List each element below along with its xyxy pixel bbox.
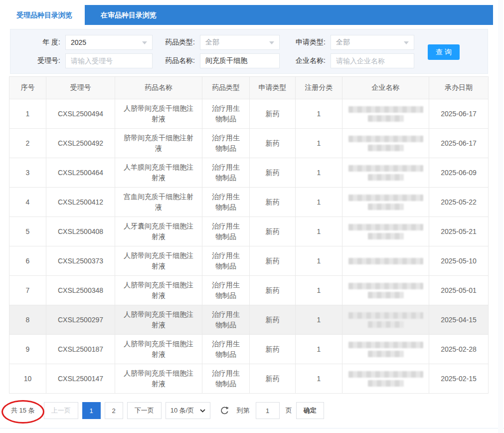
cell-no: 10: [9, 364, 46, 394]
cell-drug-name: 人脐带间充质干细胞注射液: [115, 99, 202, 129]
cell-company-redacted: [342, 276, 429, 305]
cell-no: 4: [9, 188, 46, 217]
next-page-button[interactable]: 下一页: [127, 402, 162, 419]
tab-accepted-catalog[interactable]: 受理品种目录浏览: [4, 5, 85, 25]
cell-no: 8: [9, 305, 46, 335]
drug-type-label: 药品类型:: [153, 38, 200, 47]
cell-apply-type: 新药: [250, 158, 296, 188]
results-table: 序号受理号药品名称药品类型申请类型注册分类企业名称承办日期 1CXSL25004…: [9, 76, 489, 394]
table-row[interactable]: 9CXSL2500187人脐带间充质干细胞注射液治疗用生物制品新药12025-0…: [9, 335, 489, 364]
table-row[interactable]: 10CXSL2500147人脐带间充质干细胞注射液治疗用生物制品新药12025-…: [9, 364, 489, 394]
search-button[interactable]: 查 询: [428, 44, 460, 60]
goto-page-label: 到第: [237, 406, 250, 415]
redacted-company-name: [345, 136, 426, 151]
page-size-select[interactable]: 10 条/页: [166, 402, 210, 419]
cell-company-redacted: [342, 99, 429, 129]
year-select[interactable]: 2025: [65, 35, 153, 50]
redacted-company-name: [345, 165, 426, 181]
cell-drug-type: 治疗用生物制品: [202, 158, 250, 188]
cell-apply-type: 新药: [250, 129, 296, 158]
column-header: 企业名称: [342, 77, 429, 99]
cell-apply-type: 新药: [250, 99, 296, 129]
cell-company-redacted: [342, 246, 429, 276]
cell-acceptance-no: CXSL2500408: [46, 217, 115, 246]
goto-page-input[interactable]: [256, 402, 280, 419]
year-select-value: 2025: [71, 38, 86, 46]
cell-drug-type: 治疗用生物制品: [202, 129, 250, 158]
table-row[interactable]: 2CXSL2500492脐带间充质干细胞注射液治疗用生物制品新药12025-06…: [9, 129, 489, 158]
cell-drug-type: 治疗用生物制品: [202, 276, 250, 305]
table-row[interactable]: 7CXSL2500348人脐带间充质干细胞注射液治疗用生物制品新药12025-0…: [9, 276, 489, 305]
total-count: 共 15 条: [6, 406, 40, 415]
redacted-company-name: [345, 283, 426, 298]
column-header: 注册分类: [296, 77, 342, 99]
apply-type-label: 申请类型:: [280, 38, 331, 47]
refresh-icon[interactable]: [219, 406, 230, 416]
prev-page-button[interactable]: 上一页: [44, 402, 78, 419]
redacted-company-name: [345, 195, 426, 210]
tab-bar: 受理品种目录浏览 在审品种目录浏览: [4, 5, 493, 25]
scrollbar-track[interactable]: [498, 0, 503, 433]
cell-apply-type: 新药: [250, 335, 296, 364]
table-row[interactable]: 5CXSL2500408人牙囊间充质干细胞注射液治疗用生物制品新药12025-0…: [9, 217, 489, 246]
cell-reg-class: 1: [296, 305, 342, 335]
cell-acceptance-no: CXSL2500187: [46, 335, 115, 364]
cell-date: 2025-05-01: [429, 276, 489, 305]
cell-apply-type: 新药: [250, 305, 296, 335]
tab-in-review-catalog[interactable]: 在审品种目录浏览: [85, 5, 172, 25]
table-row[interactable]: 3CXSL2500464人羊膜间充质干细胞注射液治疗用生物制品新药12025-0…: [9, 158, 489, 188]
cell-date: 2025-05-21: [429, 217, 489, 246]
cell-date: 2025-06-09: [429, 158, 489, 188]
cell-drug-name: 脐带间充质干细胞注射液: [115, 129, 202, 158]
cell-no: 2: [9, 129, 46, 158]
cell-no: 7: [9, 276, 46, 305]
cell-date: 2025-05-22: [429, 188, 489, 217]
cell-apply-type: 新药: [250, 188, 296, 217]
redacted-company-name: [345, 258, 426, 264]
redacted-company-name: [345, 224, 426, 239]
cell-acceptance-no: CXSL2500348: [46, 276, 115, 305]
drug-name-input[interactable]: [200, 53, 280, 68]
cell-drug-name: 人脐带间充质干细胞注射液: [115, 305, 202, 335]
page-number-button[interactable]: 2: [105, 402, 123, 419]
cell-reg-class: 1: [296, 217, 342, 246]
table-row[interactable]: 4CXSL2500412宫血间充质干细胞注射液治疗用生物制品新药12025-05…: [9, 188, 489, 217]
cell-drug-name: 宫血间充质干细胞注射液: [115, 188, 202, 217]
cell-acceptance-no: CXSL2500147: [46, 364, 115, 394]
table-header: 序号受理号药品名称药品类型申请类型注册分类企业名称承办日期: [9, 77, 489, 99]
acceptance-no-input[interactable]: [65, 53, 153, 68]
confirm-button[interactable]: 确定: [296, 402, 324, 419]
cell-company-redacted: [342, 188, 429, 217]
cell-no: 5: [9, 217, 46, 246]
drug-type-select-value: 全部: [205, 38, 219, 47]
year-label: 年 度:: [28, 38, 65, 47]
cell-reg-class: 1: [296, 246, 342, 276]
company-name-label: 企业名称:: [280, 56, 331, 65]
apply-type-select[interactable]: 全部: [331, 35, 414, 50]
cell-acceptance-no: CXSL2500373: [46, 246, 115, 276]
table-row[interactable]: 6CXSL2500373人脐带间充质干细胞注射液治疗用生物制品新药12025-0…: [9, 246, 489, 276]
cell-drug-name: 人牙囊间充质干细胞注射液: [115, 217, 202, 246]
chevron-down-icon: [269, 41, 274, 44]
total-count-text: 共 15 条: [11, 407, 35, 414]
company-name-input[interactable]: [331, 53, 414, 68]
cell-no: 9: [9, 335, 46, 364]
cell-reg-class: 1: [296, 364, 342, 394]
cell-no: 1: [9, 99, 46, 129]
column-header: 药品名称: [115, 77, 202, 99]
cell-reg-class: 1: [296, 99, 342, 129]
cell-company-redacted: [342, 129, 429, 158]
drug-type-select[interactable]: 全部: [200, 35, 280, 50]
cell-acceptance-no: CXSL2500464: [46, 158, 115, 188]
cell-drug-type: 治疗用生物制品: [202, 99, 250, 129]
cell-company-redacted: [342, 158, 429, 188]
page-number-button[interactable]: 1: [82, 402, 101, 419]
cell-no: 3: [9, 158, 46, 188]
cell-reg-class: 1: [296, 129, 342, 158]
table-row[interactable]: 8CXSL2500297人脐带间充质干细胞注射液治疗用生物制品新药12025-0…: [9, 305, 489, 335]
select-chevron-icon: [200, 409, 205, 413]
table-row[interactable]: 1CXSL2500494人脐带间充质干细胞注射液治疗用生物制品新药12025-0…: [9, 99, 489, 129]
cell-company-redacted: [342, 335, 429, 364]
bottom-divider: [0, 428, 504, 429]
chevron-down-icon: [404, 41, 409, 44]
